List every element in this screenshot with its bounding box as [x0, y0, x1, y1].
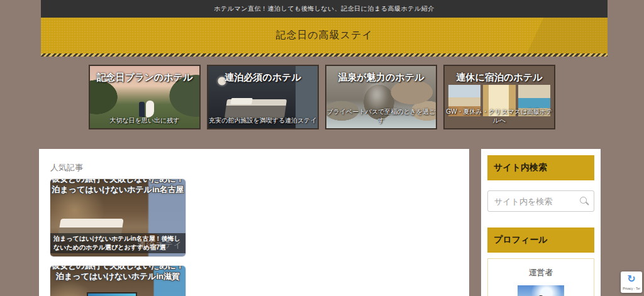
- article-thumbnail-nagoya[interactable]: 彼女との旅行で失敗しないために！ 泊まってはいけないホテルin名古屋 連泊ステイ…: [50, 179, 186, 256]
- operator-label: 運営者: [494, 267, 587, 278]
- nav-card-caption: プライベートバスで至福のときを過ごす: [326, 107, 436, 125]
- sidebar: サイト内検索 プロフィール 運営者: [481, 149, 601, 296]
- operator-avatar-image: [518, 285, 564, 296]
- popular-articles-heading: 人気記事: [50, 162, 469, 173]
- article-image-title-line2: 泊まってはいけないホテルin名古屋: [50, 184, 186, 195]
- recaptcha-privacy-text: Privacy - Ter: [621, 287, 642, 290]
- striped-border: [41, 53, 608, 57]
- recaptcha-badge[interactable]: ↻ Privacy - Ter: [621, 271, 642, 293]
- article-image-title: 彼女との旅行で失敗しないために！ 泊まってはいけないホテルin滋賀: [50, 266, 186, 282]
- nav-card-title: 温泉が魅力のホテル: [326, 72, 436, 84]
- nav-card-caption: 大切な日を思い出に残す: [90, 116, 199, 125]
- nav-card-title: 連泊必須のホテル: [208, 72, 318, 84]
- category-nav: 記念日プランのホテル 大切な日を思い出に残す 連泊必須のホテル 充実の館内施設を…: [89, 65, 555, 129]
- article-image-title-line1: 彼女との旅行で失敗しないために！: [50, 266, 186, 271]
- nav-card-onsen[interactable]: 温泉が魅力のホテル プライベートバスで至福のときを過ごす: [325, 65, 437, 129]
- main-content: 人気記事 彼女との旅行で失敗しないために！ 泊まってはいけないホテルin名古屋 …: [39, 149, 469, 296]
- announcement-text: ホテルマン直伝！連泊しても後悔しない、記念日に泊まる高級ホテル紹介: [214, 4, 434, 13]
- nav-card-caption: 充実の館内施設を満喫する連泊ステイ: [208, 116, 318, 125]
- site-search: [487, 190, 594, 212]
- article-image-title-line2: 泊まってはいけないホテルin滋賀: [50, 271, 186, 282]
- search-icon[interactable]: [580, 197, 587, 204]
- article-thumbnail-shiga[interactable]: 彼女との旅行で失敗しないために！ 泊まってはいけないホテルin滋賀: [50, 266, 186, 296]
- announcement-bar: ホテルマン直伝！連泊しても後悔しない、記念日に泊まる高級ホテル紹介: [41, 0, 608, 18]
- site-header: ホテルマン直伝！連泊しても後悔しない、記念日に泊まる高級ホテル紹介 記念日の高級…: [41, 0, 608, 57]
- sidebar-profile-heading: プロフィール: [487, 227, 594, 253]
- nav-card-holiday[interactable]: 連休に宿泊のホテル GW・夏休み・クリスマスは高級ホテルへ: [443, 65, 555, 129]
- article-image-title-line1: 彼女との旅行で失敗しないために！: [50, 179, 186, 184]
- site-watermark: 連泊ステイ: [138, 239, 182, 251]
- nav-card-anniversary[interactable]: 記念日プランのホテル 大切な日を思い出に残す: [89, 65, 201, 129]
- article-image-title: 彼女との旅行で失敗しないために！ 泊まってはいけないホテルin名古屋: [50, 179, 186, 195]
- masthead[interactable]: 記念日の高級ステイ: [41, 18, 608, 53]
- recaptcha-icon: ↻: [621, 271, 642, 287]
- nav-card-caption: GW・夏休み・クリスマスは高級ホテルへ: [445, 107, 554, 125]
- nav-card-title: 記念日プランのホテル: [90, 72, 199, 84]
- nav-card-consecutive-stay[interactable]: 連泊必須のホテル 充実の館内施設を満喫する連泊ステイ: [207, 65, 319, 129]
- nav-card-title: 連休に宿泊のホテル: [445, 72, 554, 84]
- profile-box: 運営者: [487, 258, 594, 296]
- search-input[interactable]: [487, 190, 594, 212]
- sidebar-search-heading: サイト内検索: [487, 155, 594, 180]
- site-title[interactable]: 記念日の高級ステイ: [275, 29, 373, 42]
